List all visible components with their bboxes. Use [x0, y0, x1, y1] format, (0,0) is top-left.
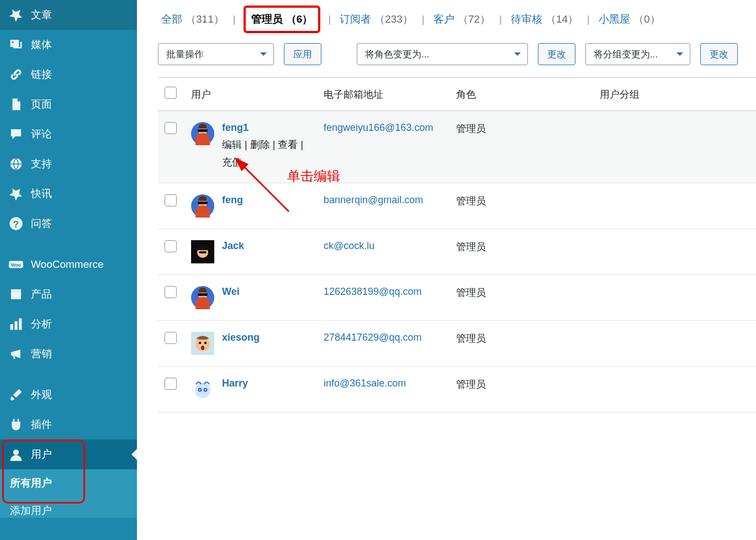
column-header-group[interactable]: 用户分组	[593, 78, 756, 111]
column-header-user[interactable]: 用户	[184, 78, 317, 111]
sidebar-submenu-users: 所有用户 添加用户	[0, 469, 137, 518]
sidebar-item-support[interactable]: 支持	[0, 149, 137, 179]
sidebar-item-posts[interactable]: 文章	[0, 0, 137, 30]
email-link[interactable]: 2784417629@qq.com	[324, 332, 421, 343]
tab-subscriber[interactable]: 订阅者（233）	[336, 12, 416, 27]
sidebar-item-label: 快讯	[31, 187, 52, 201]
column-header-email[interactable]: 电子邮箱地址	[317, 78, 450, 111]
sidebar-item-comments[interactable]: 评论	[0, 119, 137, 149]
pin-icon	[9, 8, 23, 22]
brush-icon	[9, 388, 23, 402]
svg-text:Woo: Woo	[11, 262, 21, 268]
change-role-button[interactable]: 更改	[538, 43, 575, 65]
sidebar-item-plugins[interactable]: 插件	[0, 410, 137, 440]
product-icon	[9, 287, 23, 301]
sidebar-item-label: 媒体	[31, 38, 52, 52]
globe-icon	[9, 157, 23, 171]
avatar	[191, 378, 214, 401]
bulk-action-select[interactable]: 批量操作	[158, 43, 274, 65]
sidebar-item-label: 插件	[31, 417, 52, 432]
table-row: fengbannerqin@gmail.com管理员	[158, 183, 756, 229]
change-role-select[interactable]: 将角色变更为...	[357, 43, 528, 65]
sidebar-item-media[interactable]: 媒体	[0, 30, 137, 60]
svg-rect-0	[10, 40, 19, 47]
avatar	[191, 194, 214, 218]
tab-all[interactable]: 全部（311）	[158, 12, 228, 27]
sidebar-item-pages[interactable]: 页面	[0, 89, 137, 119]
role-text: 管理员	[456, 333, 486, 344]
username-link[interactable]: Harry	[222, 378, 248, 389]
plugin-icon	[9, 417, 23, 432]
sidebar-item-label: 分析	[31, 317, 52, 331]
svg-rect-9	[10, 324, 13, 330]
action-edit[interactable]: 编辑	[222, 139, 242, 150]
username-link[interactable]: Wei	[222, 286, 240, 297]
svg-rect-7	[11, 292, 21, 299]
row-checkbox[interactable]	[165, 240, 177, 252]
action-view[interactable]: 查看	[278, 139, 298, 150]
email-link[interactable]: 1262638199@qq.com	[324, 286, 421, 297]
email-link[interactable]: info@361sale.com	[324, 378, 406, 389]
avatar	[191, 332, 214, 355]
select-all-checkbox[interactable]	[165, 87, 177, 99]
username-link[interactable]: Jack	[222, 240, 244, 251]
sidebar-subitem-add-user[interactable]: 添加用户	[0, 497, 137, 518]
main-content: 全部（311） | 管理员（6） | 订阅者（233） | 客户（72） | 待…	[137, 0, 756, 540]
svg-rect-25	[198, 293, 208, 296]
role-text: 管理员	[456, 241, 486, 252]
sidebar-item-users[interactable]: 用户	[0, 440, 137, 469]
table-row: Wei1262638199@qq.com管理员	[158, 274, 756, 320]
row-checkbox[interactable]	[165, 194, 177, 207]
apply-button[interactable]: 应用	[284, 43, 321, 65]
help-icon: ?	[9, 216, 23, 231]
svg-point-1	[12, 41, 14, 43]
tab-customer[interactable]: 客户（72）	[430, 12, 494, 27]
username-link[interactable]: feng1	[222, 122, 249, 133]
change-group-select[interactable]: 将分组变更为...	[585, 43, 690, 65]
svg-point-29	[204, 342, 207, 344]
megaphone-icon	[9, 347, 23, 361]
tab-pending[interactable]: 待审核（14）	[507, 12, 581, 27]
sidebar-item-label: 外观	[31, 388, 52, 402]
email-link[interactable]: fengweiyu166@163.com	[324, 122, 433, 133]
action-recharge[interactable]: 充值	[222, 157, 242, 168]
sidebar-item-label: 页面	[31, 97, 52, 112]
role-text: 管理员	[456, 123, 486, 134]
sidebar-subitem-all-users[interactable]: 所有用户	[0, 469, 137, 497]
sidebar-item-qa[interactable]: ? 问答	[0, 209, 137, 239]
sidebar-item-woocommerce[interactable]: Woo WooCommerce	[0, 250, 137, 279]
tab-admin[interactable]: 管理员（6）	[241, 12, 323, 27]
user-icon	[9, 447, 23, 462]
avatar	[191, 286, 214, 309]
sidebar-item-products[interactable]: 产品	[0, 279, 137, 309]
email-link[interactable]: bannerqin@gmail.com	[324, 194, 423, 205]
avatar	[191, 122, 214, 145]
svg-rect-11	[19, 319, 22, 330]
role-text: 管理员	[456, 379, 486, 390]
row-checkbox[interactable]	[165, 378, 177, 390]
table-row: xiesong2784417629@qq.com管理员	[158, 320, 756, 366]
woo-icon: Woo	[9, 257, 23, 272]
svg-rect-15	[198, 129, 208, 132]
table-row: feng1编辑 | 删除 | 查看 | 充值fengweiyu166@163.c…	[158, 111, 756, 183]
tab-blacklist[interactable]: 小黑屋（0）	[595, 12, 664, 27]
change-group-button[interactable]: 更改	[700, 43, 738, 65]
sidebar-item-analytics[interactable]: 分析	[0, 309, 137, 339]
row-checkbox[interactable]	[165, 332, 177, 344]
sidebar-item-news[interactable]: 快讯	[0, 179, 137, 209]
column-header-role[interactable]: 角色	[450, 78, 593, 111]
row-checkbox[interactable]	[165, 122, 177, 134]
sidebar-item-marketing[interactable]: 营销	[0, 339, 137, 369]
row-checkbox[interactable]	[165, 286, 177, 298]
admin-sidebar: 文章 媒体 链接 页面 评论 支持 快讯 ? 问答	[0, 0, 137, 540]
email-link[interactable]: ck@cock.lu	[324, 240, 374, 251]
sidebar-item-appearance[interactable]: 外观	[0, 380, 137, 410]
svg-point-36	[205, 389, 206, 390]
action-delete[interactable]: 删除	[250, 139, 270, 150]
username-link[interactable]: xiesong	[222, 332, 260, 343]
analytics-icon	[9, 317, 23, 331]
svg-rect-10	[14, 321, 17, 330]
sidebar-item-links[interactable]: 链接	[0, 60, 137, 89]
username-link[interactable]: feng	[222, 194, 243, 205]
role-text: 管理员	[456, 287, 486, 298]
